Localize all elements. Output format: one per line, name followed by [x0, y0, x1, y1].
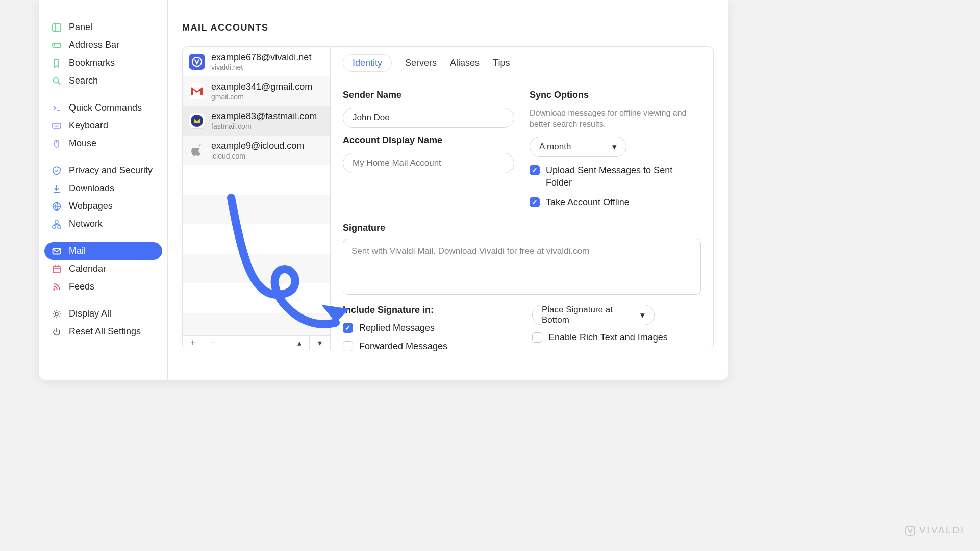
- move-down-button[interactable]: ▾: [310, 336, 330, 350]
- rich-text-label: Enable Rich Text and Images: [548, 331, 668, 344]
- svg-rect-16: [53, 226, 56, 228]
- tab-aliases[interactable]: Aliases: [450, 55, 480, 71]
- forwarded-row[interactable]: Forwarded Messages: [343, 340, 512, 352]
- sender-name-label: Sender Name: [343, 90, 514, 100]
- include-sig-label: Include Signature in:: [343, 305, 512, 316]
- sidebar-item-feeds[interactable]: Feeds: [44, 278, 162, 296]
- forwarded-checkbox[interactable]: [343, 341, 353, 351]
- detail-tabs: Identity Servers Aliases Tips: [343, 54, 701, 78]
- apple-icon: [189, 142, 205, 159]
- signature-position-value: Place Signature at Bottom: [542, 305, 640, 325]
- gmail-icon: [189, 83, 205, 99]
- signature-label: Signature: [343, 223, 701, 233]
- account-detail: Identity Servers Aliases Tips Sender Nam…: [331, 47, 713, 350]
- take-offline-row[interactable]: Take Account Offline: [530, 196, 701, 208]
- take-offline-checkbox[interactable]: [530, 197, 540, 207]
- mouse-icon: [52, 139, 62, 149]
- account-email: example341@gmail.com: [211, 81, 312, 93]
- vivaldi-brand: VIVALDI: [905, 525, 965, 536]
- sidebar-item-label: Privacy and Security: [69, 165, 153, 176]
- take-offline-label: Take Account Offline: [546, 196, 630, 208]
- account-row-gmail[interactable]: example341@gmail.com gmail.com: [183, 76, 330, 106]
- panel-icon: [52, 22, 62, 33]
- sidebar-item-calendar[interactable]: Calendar: [44, 260, 162, 278]
- sidebar-item-webpages[interactable]: Webpages: [44, 197, 162, 215]
- add-account-button[interactable]: ＋: [183, 336, 203, 350]
- sidebar-item-panel[interactable]: Panel: [44, 18, 162, 36]
- globe-icon: [52, 201, 62, 212]
- sync-desc: Download messages for offline viewing an…: [530, 108, 701, 129]
- svg-rect-0: [53, 24, 61, 31]
- replied-row[interactable]: Replied Messages: [343, 322, 512, 334]
- gear-icon: [52, 309, 62, 319]
- svg-rect-2: [53, 43, 61, 47]
- account-domain: fastmail.com: [211, 122, 317, 132]
- account-email: example9@icloud.com: [211, 140, 304, 152]
- sidebar-item-network[interactable]: Network: [44, 215, 162, 233]
- move-up-button[interactable]: ▴: [289, 336, 310, 350]
- tab-servers[interactable]: Servers: [405, 55, 437, 71]
- account-domain: vivaldi.net: [211, 63, 311, 72]
- upload-sent-row[interactable]: Upload Sent Messages to Sent Folder: [530, 164, 701, 189]
- sidebar-item-mouse[interactable]: Mouse: [44, 135, 162, 152]
- rich-text-checkbox[interactable]: [532, 332, 542, 343]
- svg-point-26: [191, 115, 203, 127]
- page-title: MAIL ACCOUNTS: [182, 22, 714, 33]
- forwarded-label: Forwarded Messages: [359, 340, 447, 352]
- sidebar-item-label: Downloads: [69, 183, 114, 194]
- signature-textarea[interactable]: Sent with Vivaldi Mail. Download Vivaldi…: [343, 239, 701, 295]
- upload-sent-checkbox[interactable]: [530, 165, 540, 175]
- sidebar-item-addressbar[interactable]: Address Bar: [44, 36, 162, 54]
- sidebar-item-label: Bookmarks: [69, 58, 115, 68]
- sync-period-value: A month: [539, 142, 571, 152]
- sidebar-item-label: Address Bar: [69, 40, 119, 50]
- left-column: Sender Name Account Display Name: [343, 90, 514, 208]
- sync-label: Sync Options: [530, 90, 701, 100]
- svg-point-8: [54, 125, 55, 126]
- right-column: Sync Options Download messages for offli…: [530, 90, 701, 208]
- account-row-vivaldi[interactable]: example678@vivaldi.net vivaldi.net: [183, 47, 330, 76]
- account-row-fastmail[interactable]: example83@fastmail.com fastmail.com: [183, 106, 330, 136]
- tab-tips[interactable]: Tips: [493, 55, 510, 71]
- sidebar-item-search[interactable]: Search: [44, 72, 162, 90]
- svg-point-23: [53, 288, 55, 291]
- sidebar-item-label: Display All: [69, 308, 111, 319]
- svg-rect-27: [906, 526, 915, 535]
- sidebar-item-label: Reset All Settings: [69, 326, 141, 337]
- remove-account-button[interactable]: －: [203, 336, 223, 350]
- rich-text-row[interactable]: Enable Rich Text and Images: [532, 331, 701, 344]
- signature-position-select[interactable]: Place Signature at Bottom ▾: [532, 305, 655, 325]
- quick-commands-icon: [52, 103, 62, 113]
- sidebar-item-mail[interactable]: Mail: [44, 242, 162, 260]
- sidebar-item-bookmarks[interactable]: Bookmarks: [44, 54, 162, 72]
- sidebar-item-display-all[interactable]: Display All: [44, 305, 162, 323]
- account-email: example678@vivaldi.net: [211, 51, 311, 63]
- sidebar: Panel Address Bar Bookmarks Search Quick…: [39, 0, 168, 380]
- replied-checkbox[interactable]: [343, 323, 353, 333]
- keyboard-icon: [52, 121, 62, 131]
- account-rows: example678@vivaldi.net vivaldi.net examp…: [183, 47, 330, 335]
- svg-rect-15: [55, 221, 58, 223]
- sidebar-item-keyboard[interactable]: Keyboard: [44, 117, 162, 135]
- display-name-input[interactable]: [343, 153, 514, 173]
- sidebar-item-quick-commands[interactable]: Quick Commands: [44, 99, 162, 117]
- account-domain: gmail.com: [211, 93, 312, 102]
- sidebar-item-label: Mouse: [69, 138, 96, 149]
- signature-block: Signature Sent with Vivaldi Mail. Downlo…: [343, 223, 701, 295]
- sidebar-item-reset[interactable]: Reset All Settings: [44, 323, 162, 340]
- download-icon: [52, 183, 62, 194]
- tab-identity[interactable]: Identity: [343, 54, 392, 72]
- svg-rect-19: [53, 266, 60, 273]
- search-icon: [52, 76, 62, 86]
- account-row-icloud[interactable]: example9@icloud.com icloud.com: [183, 136, 330, 165]
- sender-name-input[interactable]: [343, 108, 514, 128]
- account-list: example678@vivaldi.net vivaldi.net examp…: [183, 47, 331, 350]
- sidebar-item-label: Mail: [69, 246, 86, 256]
- mail-accounts-panel: example678@vivaldi.net vivaldi.net examp…: [182, 46, 714, 350]
- signature-options-row: Include Signature in: Replied Messages F…: [343, 305, 701, 353]
- sidebar-item-downloads[interactable]: Downloads: [44, 179, 162, 197]
- sidebar-item-privacy[interactable]: Privacy and Security: [44, 162, 162, 179]
- svg-line-5: [58, 82, 61, 85]
- sync-period-select[interactable]: A month ▾: [530, 137, 626, 157]
- settings-window: Panel Address Bar Bookmarks Search Quick…: [39, 0, 728, 380]
